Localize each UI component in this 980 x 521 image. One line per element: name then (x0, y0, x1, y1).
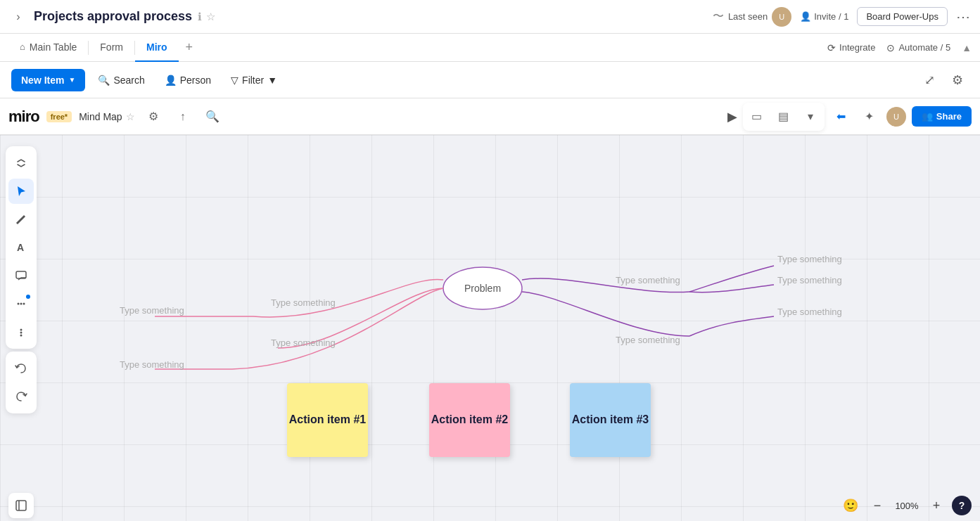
svg-text:A: A (17, 242, 24, 253)
top-bar: › Projects approval process ℹ ☆ 〜 Last s… (0, 0, 980, 34)
person-filter-icon: 👤 (165, 75, 177, 86)
miro-left-toolbar: A (6, 146, 37, 479)
miro-free-badge: free* (46, 111, 72, 122)
top-bar-right: 〜 Last seen U 👤 Invite / 1 Board Power-U… (713, 7, 972, 27)
filter-dropdown-icon: ▼ (267, 75, 277, 86)
svg-point-6 (20, 332, 23, 334)
miro-search-icon[interactable]: 🔍 (201, 105, 224, 128)
back-button[interactable]: › (8, 7, 28, 27)
apps-tool[interactable] (8, 291, 34, 316)
integrate-icon: ⟳ (827, 42, 836, 53)
filter-button[interactable]: ▽ Filter ▼ (224, 70, 284, 90)
miro-canvas-area: miro free* Mind Map ☆ ⚙ ↑ 🔍 ▶ ▭ ▤ ▾ ⬅ ✦ … (0, 98, 980, 521)
undo-tool[interactable] (8, 356, 34, 381)
svg-rect-19 (16, 501, 26, 510)
miro-present-icon[interactable]: ▭ (746, 105, 768, 128)
person-icon: 👤 (800, 11, 811, 22)
miro-more-icon[interactable]: ▾ (799, 105, 822, 128)
user-avatar: U (772, 7, 791, 27)
help-button[interactable]: ? (952, 496, 972, 515)
search-button[interactable]: 🔍 Search (91, 70, 151, 90)
info-icon[interactable]: ℹ (198, 11, 202, 23)
miro-cursor-icon[interactable]: ⬅ (830, 105, 853, 128)
star-outline-icon[interactable]: ☆ (126, 111, 135, 122)
comment-tool[interactable] (8, 263, 34, 288)
collapse-button[interactable]: ▲ (962, 42, 972, 53)
miro-share-button[interactable]: 👥 Share (912, 106, 972, 127)
person-filter-button[interactable]: 👤 Person (158, 70, 218, 90)
svg-point-2 (18, 303, 20, 305)
svg-text:Type something: Type something (777, 254, 842, 264)
redo-tool[interactable] (8, 384, 34, 409)
zoom-in-button[interactable]: + (927, 496, 946, 515)
activity-icon: 〜 (713, 9, 724, 24)
new-item-button[interactable]: New Item ▼ (11, 69, 85, 91)
svg-point-5 (20, 329, 23, 331)
sticky-note-1[interactable]: Action item #1 (287, 383, 368, 457)
tab-miro[interactable]: Miro (135, 34, 179, 62)
svg-text:Type something: Type something (777, 307, 842, 317)
miro-tools-bottom (6, 352, 37, 413)
tab-main-table[interactable]: ⌂ Main Table (8, 34, 88, 62)
miro-header-left: miro free* Mind Map ☆ ⚙ ↑ 🔍 (8, 105, 224, 128)
svg-text:Type something: Type something (616, 275, 680, 285)
miro-export-icon[interactable]: ↑ (172, 105, 194, 128)
more-tools[interactable] (8, 319, 34, 345)
mind-map: Problem Type something Type something Ty… (0, 98, 980, 521)
zoom-level[interactable]: 100% (893, 501, 921, 511)
miro-panel-expand-icon[interactable]: ▶ (727, 109, 737, 124)
tab-bar-right: ⟳ Integrate ⊙ Automate / 5 ▲ (827, 42, 972, 53)
svg-text:Type something: Type something (616, 335, 680, 345)
apps-notification-dot (26, 295, 30, 299)
integrate-button[interactable]: ⟳ Integrate (827, 42, 875, 53)
automate-button[interactable]: ⊙ Automate / 5 (886, 42, 950, 53)
tabs: ⌂ Main Table Form Miro + (8, 34, 200, 62)
invite-button[interactable]: 👤 Invite / 1 (800, 11, 848, 22)
share-people-icon: 👥 (922, 111, 933, 122)
bottom-left (8, 493, 34, 518)
miro-header-right: ▶ ▭ ▤ ▾ ⬅ ✦ U 👥 Share (727, 103, 972, 131)
search-icon: 🔍 (98, 75, 110, 86)
svg-text:Type something: Type something (271, 337, 336, 348)
toolbar-left: New Item ▼ 🔍 Search 👤 Person ▽ Filter ▼ (11, 69, 284, 91)
toolbar: New Item ▼ 🔍 Search 👤 Person ▽ Filter ▼ … (0, 62, 980, 98)
miro-bottom-bar: 🙂 − 100% + ? (0, 490, 980, 521)
more-options-button[interactable]: ⋯ (956, 8, 972, 25)
miro-notes-icon[interactable]: ▤ (772, 105, 795, 128)
home-icon: ⌂ (20, 41, 25, 52)
miro-right-tools: ▭ ▤ ▾ (743, 103, 825, 131)
add-tab-button[interactable]: + (179, 34, 201, 62)
title-icons: ℹ ☆ (198, 11, 215, 23)
tab-bar: ⌂ Main Table Form Miro + ⟳ Integrate ⊙ A… (0, 34, 980, 62)
tab-form[interactable]: Form (89, 34, 134, 62)
svg-text:Type something: Type something (777, 275, 842, 285)
miro-user-avatar: U (886, 107, 906, 127)
top-bar-left: › Projects approval process ℹ ☆ (8, 7, 215, 27)
miro-pointer-icon[interactable]: ✦ (858, 105, 881, 128)
sticky-note-3[interactable]: Action item #3 (570, 383, 651, 457)
automate-icon: ⊙ (886, 42, 895, 53)
svg-text:Type something: Type something (120, 305, 184, 316)
board-powerups-button[interactable]: Board Power-Ups (857, 7, 948, 26)
pen-tool[interactable] (8, 207, 34, 232)
expand-button[interactable]: ⤢ (918, 69, 941, 91)
dropdown-arrow-icon: ▼ (68, 76, 75, 84)
last-seen: 〜 Last seen U (713, 7, 791, 27)
page-title: Projects approval process (34, 9, 192, 24)
svg-text:Problem: Problem (464, 283, 501, 294)
settings-button[interactable]: ⚙ (946, 69, 969, 91)
svg-text:Type something: Type something (120, 359, 184, 370)
emoji-button[interactable]: 🙂 (839, 494, 862, 517)
miro-settings-icon[interactable]: ⚙ (142, 105, 165, 128)
text-tool[interactable]: A (8, 235, 34, 260)
svg-point-3 (20, 303, 23, 305)
select-tool[interactable] (8, 179, 34, 204)
miro-mode-selector[interactable]: Mind Map ☆ (79, 111, 134, 122)
star-icon[interactable]: ☆ (206, 11, 215, 23)
bottom-panel-button[interactable] (8, 493, 34, 518)
filter-icon: ▽ (231, 75, 238, 86)
svg-text:Type something: Type something (271, 297, 336, 308)
sticky-note-2[interactable]: Action item #2 (429, 383, 510, 457)
expand-tool[interactable] (8, 150, 34, 176)
zoom-out-button[interactable]: − (867, 496, 887, 515)
